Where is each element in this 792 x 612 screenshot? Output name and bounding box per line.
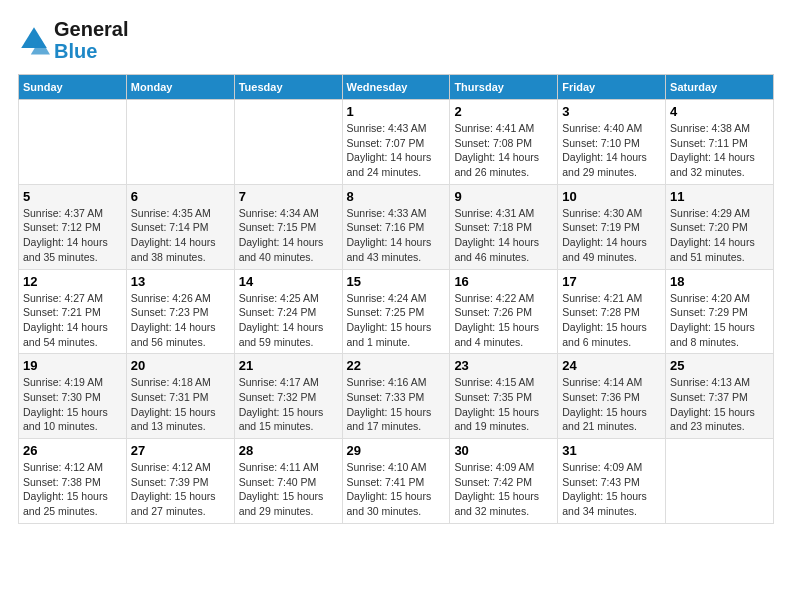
- day-number: 5: [23, 189, 122, 204]
- calendar-week-5: 26Sunrise: 4:12 AM Sunset: 7:38 PM Dayli…: [19, 439, 774, 524]
- day-info: Sunrise: 4:09 AM Sunset: 7:42 PM Dayligh…: [454, 460, 553, 519]
- calendar-cell: 11Sunrise: 4:29 AM Sunset: 7:20 PM Dayli…: [666, 184, 774, 269]
- day-number: 24: [562, 358, 661, 373]
- day-info: Sunrise: 4:16 AM Sunset: 7:33 PM Dayligh…: [347, 375, 446, 434]
- day-info: Sunrise: 4:17 AM Sunset: 7:32 PM Dayligh…: [239, 375, 338, 434]
- day-number: 4: [670, 104, 769, 119]
- day-number: 6: [131, 189, 230, 204]
- day-number: 26: [23, 443, 122, 458]
- day-number: 1: [347, 104, 446, 119]
- calendar-page: General Blue SundayMondayTuesdayWednesda…: [0, 0, 792, 534]
- day-info: Sunrise: 4:09 AM Sunset: 7:43 PM Dayligh…: [562, 460, 661, 519]
- calendar-cell: 20Sunrise: 4:18 AM Sunset: 7:31 PM Dayli…: [126, 354, 234, 439]
- day-number: 8: [347, 189, 446, 204]
- calendar-cell: 8Sunrise: 4:33 AM Sunset: 7:16 PM Daylig…: [342, 184, 450, 269]
- day-number: 11: [670, 189, 769, 204]
- day-info: Sunrise: 4:14 AM Sunset: 7:36 PM Dayligh…: [562, 375, 661, 434]
- calendar-cell: 10Sunrise: 4:30 AM Sunset: 7:19 PM Dayli…: [558, 184, 666, 269]
- calendar-week-1: 1Sunrise: 4:43 AM Sunset: 7:07 PM Daylig…: [19, 100, 774, 185]
- day-number: 27: [131, 443, 230, 458]
- day-info: Sunrise: 4:27 AM Sunset: 7:21 PM Dayligh…: [23, 291, 122, 350]
- calendar-cell: 30Sunrise: 4:09 AM Sunset: 7:42 PM Dayli…: [450, 439, 558, 524]
- calendar-cell: 4Sunrise: 4:38 AM Sunset: 7:11 PM Daylig…: [666, 100, 774, 185]
- day-info: Sunrise: 4:35 AM Sunset: 7:14 PM Dayligh…: [131, 206, 230, 265]
- calendar-cell: 14Sunrise: 4:25 AM Sunset: 7:24 PM Dayli…: [234, 269, 342, 354]
- day-number: 13: [131, 274, 230, 289]
- day-header-friday: Friday: [558, 75, 666, 100]
- calendar-cell: 1Sunrise: 4:43 AM Sunset: 7:07 PM Daylig…: [342, 100, 450, 185]
- calendar-cell: 24Sunrise: 4:14 AM Sunset: 7:36 PM Dayli…: [558, 354, 666, 439]
- day-number: 28: [239, 443, 338, 458]
- day-number: 22: [347, 358, 446, 373]
- calendar-cell: 18Sunrise: 4:20 AM Sunset: 7:29 PM Dayli…: [666, 269, 774, 354]
- calendar-cell: 31Sunrise: 4:09 AM Sunset: 7:43 PM Dayli…: [558, 439, 666, 524]
- calendar-cell: 15Sunrise: 4:24 AM Sunset: 7:25 PM Dayli…: [342, 269, 450, 354]
- day-number: 19: [23, 358, 122, 373]
- day-info: Sunrise: 4:24 AM Sunset: 7:25 PM Dayligh…: [347, 291, 446, 350]
- day-info: Sunrise: 4:25 AM Sunset: 7:24 PM Dayligh…: [239, 291, 338, 350]
- day-info: Sunrise: 4:21 AM Sunset: 7:28 PM Dayligh…: [562, 291, 661, 350]
- day-number: 17: [562, 274, 661, 289]
- calendar-cell: 21Sunrise: 4:17 AM Sunset: 7:32 PM Dayli…: [234, 354, 342, 439]
- logo-blue: Blue: [54, 40, 97, 62]
- calendar-week-4: 19Sunrise: 4:19 AM Sunset: 7:30 PM Dayli…: [19, 354, 774, 439]
- day-number: 18: [670, 274, 769, 289]
- day-info: Sunrise: 4:37 AM Sunset: 7:12 PM Dayligh…: [23, 206, 122, 265]
- calendar-cell: 17Sunrise: 4:21 AM Sunset: 7:28 PM Dayli…: [558, 269, 666, 354]
- calendar-cell: 6Sunrise: 4:35 AM Sunset: 7:14 PM Daylig…: [126, 184, 234, 269]
- day-info: Sunrise: 4:19 AM Sunset: 7:30 PM Dayligh…: [23, 375, 122, 434]
- day-header-tuesday: Tuesday: [234, 75, 342, 100]
- day-info: Sunrise: 4:33 AM Sunset: 7:16 PM Dayligh…: [347, 206, 446, 265]
- day-info: Sunrise: 4:12 AM Sunset: 7:39 PM Dayligh…: [131, 460, 230, 519]
- day-info: Sunrise: 4:31 AM Sunset: 7:18 PM Dayligh…: [454, 206, 553, 265]
- day-info: Sunrise: 4:13 AM Sunset: 7:37 PM Dayligh…: [670, 375, 769, 434]
- day-info: Sunrise: 4:18 AM Sunset: 7:31 PM Dayligh…: [131, 375, 230, 434]
- calendar-cell: 12Sunrise: 4:27 AM Sunset: 7:21 PM Dayli…: [19, 269, 127, 354]
- day-number: 30: [454, 443, 553, 458]
- day-number: 3: [562, 104, 661, 119]
- day-info: Sunrise: 4:38 AM Sunset: 7:11 PM Dayligh…: [670, 121, 769, 180]
- calendar-cell: 13Sunrise: 4:26 AM Sunset: 7:23 PM Dayli…: [126, 269, 234, 354]
- calendar-header: SundayMondayTuesdayWednesdayThursdayFrid…: [19, 75, 774, 100]
- calendar-cell: 2Sunrise: 4:41 AM Sunset: 7:08 PM Daylig…: [450, 100, 558, 185]
- day-number: 9: [454, 189, 553, 204]
- calendar-body: 1Sunrise: 4:43 AM Sunset: 7:07 PM Daylig…: [19, 100, 774, 524]
- day-info: Sunrise: 4:12 AM Sunset: 7:38 PM Dayligh…: [23, 460, 122, 519]
- day-info: Sunrise: 4:34 AM Sunset: 7:15 PM Dayligh…: [239, 206, 338, 265]
- day-number: 10: [562, 189, 661, 204]
- calendar-cell: [666, 439, 774, 524]
- calendar-cell: 9Sunrise: 4:31 AM Sunset: 7:18 PM Daylig…: [450, 184, 558, 269]
- logo-general: General: [54, 18, 128, 40]
- day-number: 25: [670, 358, 769, 373]
- calendar-cell: 5Sunrise: 4:37 AM Sunset: 7:12 PM Daylig…: [19, 184, 127, 269]
- calendar-cell: [126, 100, 234, 185]
- calendar-cell: [234, 100, 342, 185]
- day-info: Sunrise: 4:15 AM Sunset: 7:35 PM Dayligh…: [454, 375, 553, 434]
- calendar-cell: 23Sunrise: 4:15 AM Sunset: 7:35 PM Dayli…: [450, 354, 558, 439]
- day-number: 2: [454, 104, 553, 119]
- calendar-cell: 26Sunrise: 4:12 AM Sunset: 7:38 PM Dayli…: [19, 439, 127, 524]
- day-header-thursday: Thursday: [450, 75, 558, 100]
- day-info: Sunrise: 4:40 AM Sunset: 7:10 PM Dayligh…: [562, 121, 661, 180]
- day-number: 23: [454, 358, 553, 373]
- day-number: 21: [239, 358, 338, 373]
- header-row: SundayMondayTuesdayWednesdayThursdayFrid…: [19, 75, 774, 100]
- day-info: Sunrise: 4:20 AM Sunset: 7:29 PM Dayligh…: [670, 291, 769, 350]
- day-number: 29: [347, 443, 446, 458]
- day-number: 14: [239, 274, 338, 289]
- day-info: Sunrise: 4:22 AM Sunset: 7:26 PM Dayligh…: [454, 291, 553, 350]
- day-info: Sunrise: 4:30 AM Sunset: 7:19 PM Dayligh…: [562, 206, 661, 265]
- day-info: Sunrise: 4:43 AM Sunset: 7:07 PM Dayligh…: [347, 121, 446, 180]
- calendar-cell: 7Sunrise: 4:34 AM Sunset: 7:15 PM Daylig…: [234, 184, 342, 269]
- calendar-week-3: 12Sunrise: 4:27 AM Sunset: 7:21 PM Dayli…: [19, 269, 774, 354]
- calendar-cell: 25Sunrise: 4:13 AM Sunset: 7:37 PM Dayli…: [666, 354, 774, 439]
- day-info: Sunrise: 4:29 AM Sunset: 7:20 PM Dayligh…: [670, 206, 769, 265]
- calendar-cell: 28Sunrise: 4:11 AM Sunset: 7:40 PM Dayli…: [234, 439, 342, 524]
- day-header-saturday: Saturday: [666, 75, 774, 100]
- day-number: 20: [131, 358, 230, 373]
- day-number: 16: [454, 274, 553, 289]
- day-info: Sunrise: 4:41 AM Sunset: 7:08 PM Dayligh…: [454, 121, 553, 180]
- day-number: 12: [23, 274, 122, 289]
- day-info: Sunrise: 4:26 AM Sunset: 7:23 PM Dayligh…: [131, 291, 230, 350]
- day-header-wednesday: Wednesday: [342, 75, 450, 100]
